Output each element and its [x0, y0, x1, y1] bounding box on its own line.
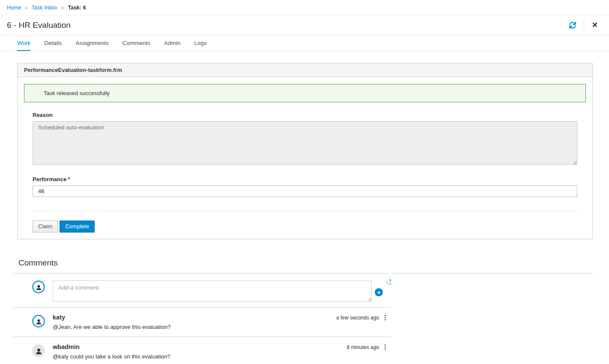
comment-text: @Jean, Are we able to approve this evalu…	[53, 324, 387, 330]
comment-author-name: katy	[53, 314, 65, 321]
comment-content: wbadmin 8 minutes ago @katy could you ta…	[53, 343, 387, 360]
performance-input[interactable]	[33, 185, 577, 197]
comment-form: ↓ 9 1 +	[13, 274, 391, 307]
refresh-button[interactable]	[567, 20, 578, 30]
task-form-panel-title: PerformanceEvaluation-taskform.frm	[18, 63, 592, 77]
form-button-row: Claim Complete	[33, 221, 577, 233]
sort-comments-icon[interactable]: ↓ 9 1	[386, 279, 391, 285]
add-comment-input[interactable]	[53, 280, 372, 302]
refresh-icon	[569, 22, 576, 29]
current-user-avatar	[32, 280, 45, 293]
comment-author-name: wbadmin	[53, 343, 80, 350]
performance-label: Performance*	[33, 176, 577, 182]
comment-head: katy a few seconds ago	[53, 314, 387, 321]
user-icon	[35, 284, 42, 291]
reason-textarea[interactable]: Scheduled auto-evaluation	[33, 121, 577, 165]
page-title: 6 - HR Evaluation	[7, 21, 71, 30]
comment-timestamp: a few seconds ago	[336, 315, 379, 321]
title-bar: 6 - HR Evaluation ✕	[0, 15, 609, 35]
form-footer-divider	[33, 211, 577, 212]
user-icon	[35, 318, 42, 325]
comment-head: wbadmin 8 minutes ago	[53, 343, 387, 351]
success-alert: Task released successfully	[24, 84, 586, 102]
success-alert-message: Task released successfully	[44, 90, 110, 96]
task-form-panel-body: Task released successfully Reason Schedu…	[18, 77, 592, 239]
close-button[interactable]: ✕	[590, 20, 600, 30]
breadcrumb-home-link[interactable]: Home	[7, 5, 21, 11]
add-comment-button[interactable]: +	[375, 288, 383, 296]
comment-item: wbadmin 8 minutes ago @katy could you ta…	[13, 337, 391, 364]
sort-arrow-icon: ↓	[386, 279, 389, 285]
tab-assignments[interactable]: Assignments	[76, 35, 109, 51]
tab-admin[interactable]: Admin	[164, 35, 180, 51]
breadcrumb-separator: »	[25, 5, 28, 11]
user-icon	[35, 347, 43, 355]
comments-section: Comments ↓ 9 1 +	[13, 258, 593, 364]
title-actions-divider	[584, 20, 584, 31]
tab-bar: Work Details Assignments Comments Admin …	[0, 35, 609, 51]
comment-actions-kebab-icon[interactable]	[384, 314, 387, 321]
comment-item: katy a few seconds ago @Jean, Are we abl…	[13, 307, 391, 337]
comment-form-icons: ↓ 9 1 +	[375, 280, 391, 296]
performance-label-text: Performance	[33, 176, 66, 182]
reason-label: Reason	[33, 112, 577, 118]
task-form-fields: Reason Scheduled auto-evaluation Perform…	[24, 112, 586, 233]
title-actions: ✕	[567, 20, 600, 31]
comment-area: ↓ 9 1 + katy a few seconds	[13, 274, 391, 364]
comment-author-avatar	[32, 344, 45, 357]
comment-meta: 8 minutes ago	[347, 343, 387, 351]
sort-digit-bottom: 1	[389, 282, 391, 286]
comment-text: @katy could you take a look on this eval…	[53, 353, 387, 360]
comment-content: katy a few seconds ago @Jean, Are we abl…	[53, 314, 387, 330]
tab-comments[interactable]: Comments	[122, 35, 150, 51]
comment-author-avatar	[32, 315, 45, 328]
close-icon: ✕	[592, 21, 598, 29]
breadcrumb-separator: »	[61, 5, 64, 11]
breadcrumb: Home » Task Inbox » Task: 6	[0, 0, 609, 15]
complete-button[interactable]: Complete	[60, 221, 95, 233]
breadcrumb-current-task: Task: 6	[68, 5, 86, 11]
comment-actions-kebab-icon[interactable]	[384, 343, 387, 351]
claim-button[interactable]: Claim	[33, 221, 58, 233]
breadcrumb-task-inbox-link[interactable]: Task Inbox	[32, 5, 57, 11]
tab-details[interactable]: Details	[44, 35, 62, 51]
comments-heading: Comments	[13, 258, 593, 268]
comment-meta: a few seconds ago	[336, 314, 387, 321]
plus-icon: +	[377, 289, 381, 295]
comment-timestamp: 8 minutes ago	[347, 344, 379, 350]
tab-work[interactable]: Work	[17, 35, 30, 51]
tab-logs[interactable]: Logs	[194, 35, 206, 51]
required-asterisk: *	[68, 176, 70, 182]
task-form-panel: PerformanceEvaluation-taskform.frm Task …	[17, 63, 593, 239]
sort-digits: 9 1	[389, 279, 391, 285]
